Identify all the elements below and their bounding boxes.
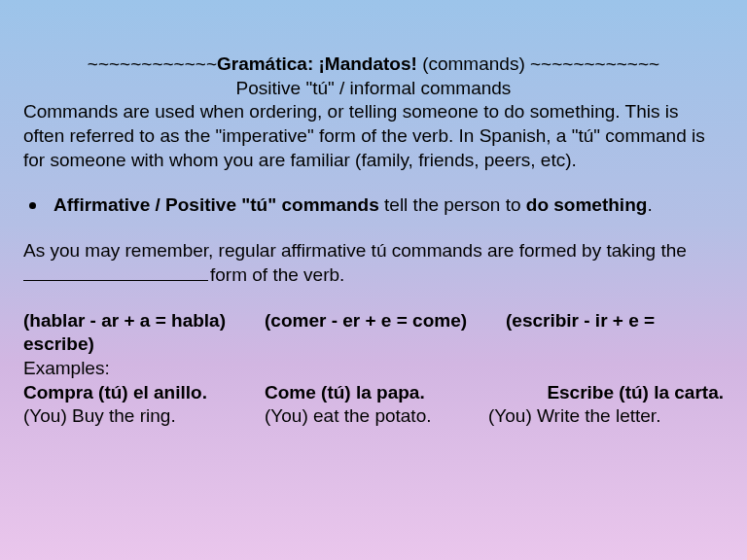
slide: ~~~~~~~~~~~~Gramática: ¡Mandatos! (comma… [0, 0, 747, 560]
example-2-cmd: Come (tú) la papa. [265, 381, 488, 405]
title-deco-left: ~~~~~~~~~~~~ [88, 53, 217, 74]
bullet-text: Affirmative / Positive "tú" commands tel… [53, 193, 653, 218]
bullet-end: . [647, 194, 652, 215]
bullet-bold-1: Affirmative / Positive "tú" commands [53, 194, 379, 215]
intro-paragraph: Commands are used when ordering, or tell… [23, 100, 724, 172]
page-title: Gramática: ¡Mandatos! [217, 53, 417, 74]
bullet-bold-2: do something [526, 194, 648, 215]
example-1-cmd: Compra (tú) el anillo. [23, 381, 265, 405]
bullet-item: Affirmative / Positive "tú" commands tel… [23, 193, 724, 218]
conj-escribir-part2: escribe) [23, 332, 724, 357]
bullet-mid: tell the person to [379, 194, 526, 215]
formation-paragraph: As you may remember, regular affirmative… [23, 239, 724, 287]
example-3-cmd: Escribe (tú) la carta. [488, 381, 724, 405]
example-commands-row: Compra (tú) el anillo. Come (tú) la papa… [23, 381, 724, 405]
conj-comer: (comer - er + e = come) [265, 309, 506, 333]
conjugation-row: (hablar - ar + a = habla) (comer - er + … [23, 309, 724, 333]
example-2-translation: (You) eat the potato. [265, 404, 488, 429]
conj-escribir-part1: (escribir - ir + e = [506, 309, 724, 333]
example-1-translation: (You) Buy the ring. [23, 404, 265, 429]
title-plain: (commands) [417, 53, 530, 74]
formation-lead: As you may remember, regular affirmative… [23, 240, 687, 261]
example-3-translation: (You) Write the letter. [488, 404, 724, 429]
title-line: ~~~~~~~~~~~~Gramática: ¡Mandatos! (comma… [23, 52, 724, 77]
conj-hablar: (hablar - ar + a = habla) [23, 309, 265, 333]
formation-tail: form of the verb. [210, 264, 344, 285]
example-translations-row: (You) Buy the ring. (You) eat the potato… [23, 404, 724, 429]
examples-label: Examples: [23, 357, 724, 381]
subtitle: Positive "tú" / informal commands [23, 77, 724, 101]
bullet-icon [29, 202, 36, 209]
title-deco-right: ~~~~~~~~~~~~ [530, 53, 659, 74]
fill-in-blank [23, 280, 208, 281]
